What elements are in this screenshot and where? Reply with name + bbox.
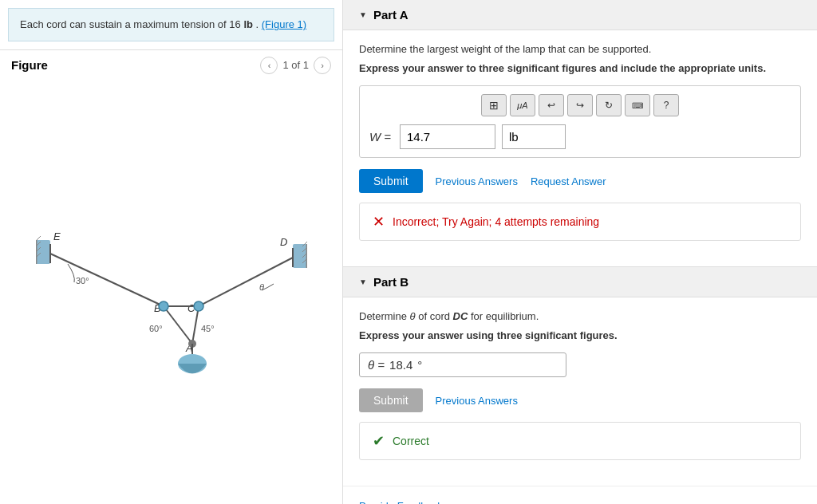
svg-line-9 <box>50 254 164 306</box>
left-panel: Each cord can sustain a maximum tension … <box>0 0 343 504</box>
svg-point-15 <box>194 301 203 311</box>
part-b-theta-unit: ° <box>417 358 422 372</box>
part-a-collapse-icon[interactable]: ▼ <box>359 10 367 19</box>
toolbar-help-btn[interactable]: ? <box>653 94 679 116</box>
part-b-section: ▼ Part B Determine θ of cord DC for equi… <box>343 266 817 486</box>
part-a-action-row: Submit Previous Answers Request Answer <box>359 169 801 193</box>
svg-text:30°: 30° <box>76 276 89 285</box>
svg-rect-0 <box>36 240 50 264</box>
part-a-content: Determine the largest weight of the lamp… <box>343 30 817 266</box>
part-a-feedback-text: Incorrect; Try Again; 4 attempts remaini… <box>393 215 599 228</box>
provide-feedback-link[interactable]: Provide Feedback <box>359 500 443 504</box>
part-b-feedback-icon: ✔ <box>373 432 385 450</box>
part-b-title: Part B <box>373 275 408 289</box>
toolbar-undo-btn[interactable]: ↩ <box>539 94 564 116</box>
part-a-answer-box: ⊞ μA ↩ ↪ ↻ ⌨ ? W = <box>359 85 801 158</box>
svg-text:D: D <box>280 236 287 248</box>
svg-point-14 <box>159 301 168 311</box>
part-a-value-input[interactable] <box>400 124 495 149</box>
part-b-content: Determine θ of cord DC for equilibrium. … <box>343 297 817 486</box>
part-b-theta-row: θ = 18.4 ° <box>359 352 566 377</box>
info-box: Each cord can sustain a maximum tension … <box>8 8 334 41</box>
svg-text:45°: 45° <box>201 324 215 333</box>
part-a-feedback-box: ✕ Incorrect; Try Again; 4 attempts remai… <box>359 203 801 241</box>
part-a-input-label: W = <box>369 130 393 144</box>
svg-rect-2 <box>293 244 307 268</box>
part-a-unit-input[interactable] <box>502 124 566 149</box>
figure-page: 1 of 1 <box>282 59 309 71</box>
figure-header: Figure ‹ 1 of 1 › <box>0 49 342 81</box>
part-b-previous-answers-link[interactable]: Previous Answers <box>436 395 518 407</box>
part-b-action-row: Submit Previous Answers <box>359 388 801 412</box>
svg-text:60°: 60° <box>149 324 163 333</box>
part-a-title: Part A <box>373 8 408 22</box>
part-a-submit-button[interactable]: Submit <box>359 169 423 193</box>
svg-text:E: E <box>53 230 61 242</box>
toolbar-grid-btn[interactable]: ⊞ <box>481 94 507 116</box>
part-a-request-answer-link[interactable]: Request Answer <box>531 175 606 187</box>
svg-text:θ: θ <box>259 282 264 292</box>
part-b-submit-button[interactable]: Submit <box>359 388 423 412</box>
part-a-toolbar: ⊞ μA ↩ ↪ ↻ ⌨ ? <box>369 94 791 116</box>
toolbar-keyboard-btn[interactable]: ⌨ <box>625 94 650 116</box>
figure-title: Figure <box>11 58 48 72</box>
provide-feedback-section: Provide Feedback <box>343 486 817 504</box>
part-b-collapse-icon[interactable]: ▼ <box>359 278 367 286</box>
figure-prev-button[interactable]: ‹ <box>260 57 278 74</box>
part-a-input-row: W = <box>369 124 791 149</box>
part-a-section: ▼ Part A Determine the largest weight of… <box>343 0 817 266</box>
part-b-cord-label: DC <box>453 310 468 322</box>
part-b-feedback-box: ✔ Correct <box>359 422 801 460</box>
part-a-header: ▼ Part A <box>343 0 817 30</box>
part-b-instruction: Express your answer using three signific… <box>359 329 801 343</box>
figure-next-button[interactable]: › <box>314 57 331 74</box>
toolbar-refresh-btn[interactable]: ↻ <box>596 94 622 116</box>
info-text: Each cord can sustain a maximum tension … <box>20 18 243 30</box>
part-b-header: ▼ Part B <box>343 267 817 297</box>
right-panel: ▼ Part A Determine the largest weight of… <box>343 0 817 504</box>
diagram-svg: E D B C A <box>36 196 307 388</box>
part-b-theta-symbol: θ <box>410 310 416 322</box>
part-a-description: Determine the largest weight of the lamp… <box>359 43 801 55</box>
figure-link[interactable]: (Figure 1) <box>262 18 306 30</box>
part-a-instruction: Express your answer to three significant… <box>359 61 801 76</box>
figure-area: E D B C A <box>0 81 342 505</box>
info-bold: lb <box>243 18 253 30</box>
part-b-theta-label: θ = <box>368 358 385 372</box>
figure-navigation: ‹ 1 of 1 › <box>260 57 331 74</box>
toolbar-mu-btn[interactable]: μA <box>510 94 535 116</box>
part-b-feedback-text: Correct <box>393 435 429 447</box>
part-a-feedback-icon: ✕ <box>373 213 385 230</box>
part-a-previous-answers-link[interactable]: Previous Answers <box>436 175 518 187</box>
part-b-description: Determine θ of cord DC for equilibrium. <box>359 310 801 322</box>
svg-line-10 <box>199 258 293 306</box>
toolbar-redo-btn[interactable]: ↪ <box>567 94 593 116</box>
part-b-theta-value: 18.4 <box>389 358 412 372</box>
